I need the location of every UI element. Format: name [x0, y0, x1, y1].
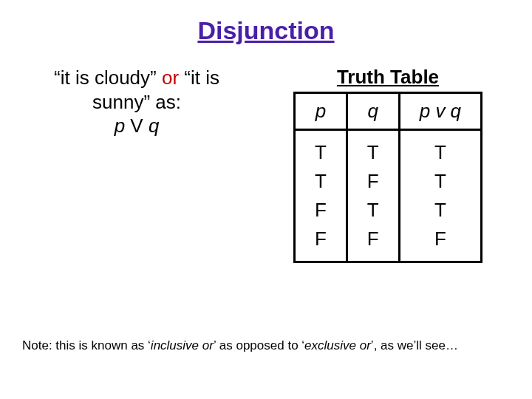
cell: F: [347, 167, 399, 196]
table-row: T F T: [294, 167, 481, 196]
example-line1a: “it is cloudy”: [54, 66, 162, 89]
cell: T: [399, 130, 481, 168]
slide: Disjunction “it is cloudy” or “it is sun…: [0, 0, 532, 399]
cell: T: [399, 167, 481, 196]
table-header-row: p q p v q: [294, 93, 481, 130]
cell: T: [347, 130, 399, 168]
table-row: T T T: [294, 130, 481, 168]
note-inclusive: inclusive or: [151, 338, 214, 352]
example-text-block: “it is cloudy” or “it is sunny” as: p V …: [22, 66, 251, 263]
expr-or: V: [125, 115, 149, 137]
expr-q: q: [149, 115, 159, 137]
expr-p: p: [115, 115, 125, 137]
cell: T: [294, 130, 347, 168]
cell: T: [347, 196, 399, 225]
note-c: ’, as we’ll see…: [371, 338, 458, 352]
footnote: Note: this is known as ‘inclusive or’ as…: [22, 338, 510, 353]
truth-table-block: Truth Table p q p v q T T T: [251, 66, 510, 263]
slide-title: Disjunction: [0, 0, 532, 45]
cell: F: [294, 196, 347, 225]
truth-table-title: Truth Table: [266, 66, 510, 89]
note-exclusive: exclusive or: [304, 338, 371, 352]
table-row: F T T: [294, 196, 481, 225]
example-text: “it is cloudy” or “it is sunny” as: p V …: [22, 66, 251, 138]
col-q: q: [347, 93, 399, 130]
note-b: ’ as opposed to ‘: [214, 338, 304, 352]
col-pvq: p v q: [399, 93, 481, 130]
cell: F: [399, 225, 481, 262]
cell: T: [399, 196, 481, 225]
table-row: F F F: [294, 225, 481, 262]
cell: F: [347, 225, 399, 262]
example-or: or: [162, 66, 179, 89]
content-row: “it is cloudy” or “it is sunny” as: p V …: [0, 66, 532, 263]
note-a: Note: this is known as ‘: [22, 338, 151, 352]
example-line2: sunny” as:: [92, 91, 181, 113]
col-p: p: [294, 93, 347, 130]
truth-table: p q p v q T T T T F T: [293, 92, 482, 263]
cell: T: [294, 167, 347, 196]
example-line1b: “it is: [179, 66, 219, 89]
cell: F: [294, 225, 347, 262]
